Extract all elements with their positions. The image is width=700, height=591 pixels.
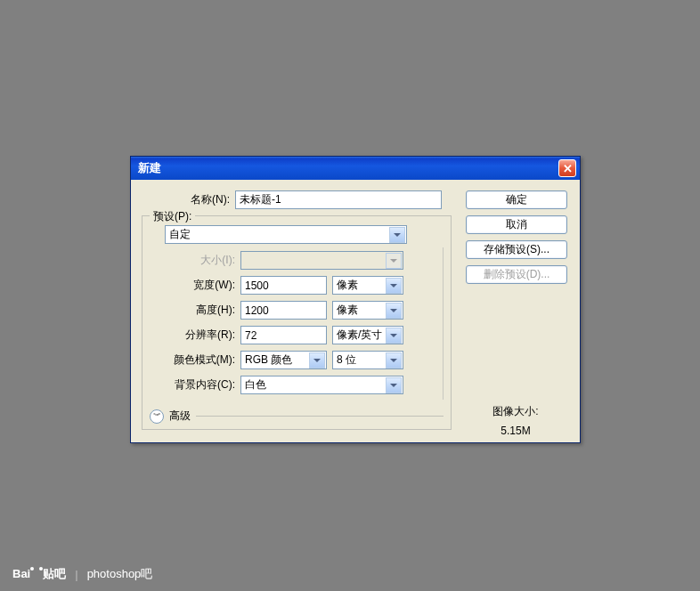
chevron-down-icon: [386, 328, 402, 344]
resolution-input[interactable]: [240, 326, 327, 344]
separator: |: [75, 568, 77, 581]
close-icon: ✕: [563, 162, 573, 175]
titlebar[interactable]: 新建 ✕: [131, 157, 580, 180]
chevron-down-icon: [386, 352, 402, 368]
preset-label: 预设(P):: [153, 209, 191, 224]
chevron-down-icon: [386, 377, 402, 393]
save-preset-button[interactable]: 存储预设(S)...: [466, 240, 567, 259]
color-mode-select[interactable]: RGB 颜色: [240, 351, 327, 369]
name-input[interactable]: [235, 190, 442, 209]
width-input[interactable]: [240, 276, 327, 295]
chevron-down-icon: [309, 352, 325, 368]
resolution-label: 分辨率(R):: [166, 328, 240, 343]
dialog-body: 名称(N): 预设(P): 自定: [131, 180, 580, 442]
width-label: 宽度(W):: [166, 278, 240, 293]
size-label: 大小(I):: [166, 253, 240, 268]
chevron-down-icon: [389, 227, 405, 243]
image-size-value: 5.15M: [468, 425, 564, 437]
chevron-down-icon: [386, 303, 402, 319]
ok-button[interactable]: 确定: [466, 190, 567, 209]
height-input[interactable]: [240, 301, 327, 320]
advanced-label: 高级: [169, 409, 191, 424]
bg-content-select[interactable]: 白色: [240, 376, 403, 394]
section-name: photoshop吧: [87, 566, 153, 582]
paw-icon: [30, 567, 43, 578]
resolution-unit-select[interactable]: 像素/英寸: [332, 326, 403, 344]
new-document-dialog: 新建 ✕ 名称(N): 预设(P): 自定: [130, 156, 581, 443]
double-chevron-down-icon: ︾: [153, 410, 161, 422]
color-mode-label: 颜色模式(M):: [166, 352, 240, 368]
brand-logo: Bai贴吧: [12, 566, 66, 582]
divider: [196, 416, 444, 417]
delete-preset-button: 删除预设(D)...: [466, 265, 567, 284]
close-button[interactable]: ✕: [558, 159, 576, 177]
bg-content-label: 背景内容(C):: [166, 377, 240, 393]
advanced-toggle[interactable]: ︾: [150, 409, 164, 424]
cancel-button[interactable]: 取消: [466, 215, 567, 234]
chevron-down-icon: [386, 253, 402, 269]
size-select: [240, 251, 403, 270]
height-label: 高度(H):: [166, 303, 240, 318]
image-size-info: 图像大小: 5.15M: [468, 404, 564, 442]
image-size-label: 图像大小:: [468, 404, 564, 419]
bit-depth-select[interactable]: 8 位: [332, 351, 403, 369]
width-unit-select[interactable]: 像素: [332, 276, 403, 295]
dialog-title: 新建: [138, 160, 558, 176]
watermark-footer: Bai贴吧 | photoshop吧: [12, 566, 152, 582]
chevron-down-icon: [386, 278, 402, 294]
button-column: 确定 取消 存储预设(S)... 删除预设(D)...: [466, 190, 569, 284]
name-label: 名称(N):: [142, 192, 235, 207]
preset-select[interactable]: 自定: [165, 225, 407, 244]
height-unit-select[interactable]: 像素: [332, 301, 403, 320]
